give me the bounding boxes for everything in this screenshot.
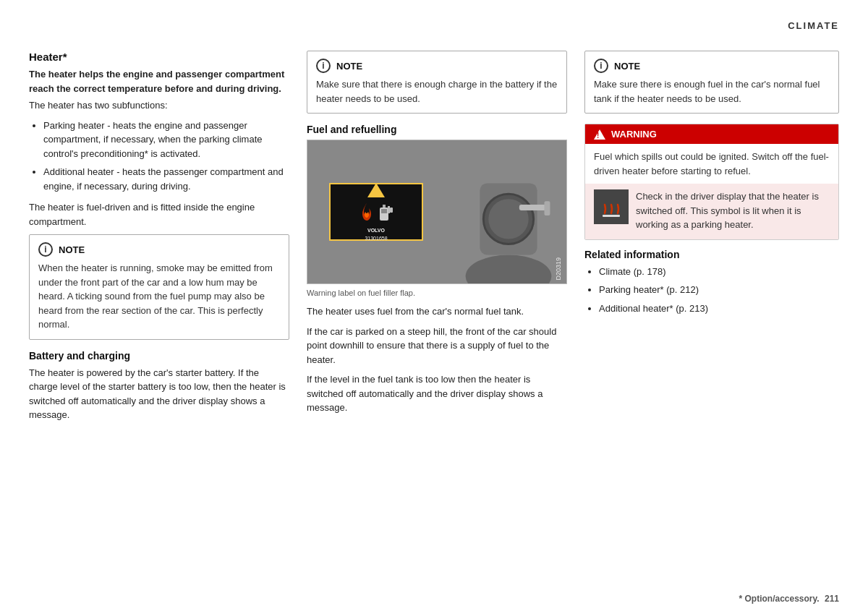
note-body-2: Make sure that there is enough charge in… [316, 77, 558, 106]
main-title: Heater* [29, 51, 289, 63]
intro-normal: The heater has two subfunctions: [29, 98, 289, 113]
part-number: 31301658 [365, 236, 387, 241]
list-item: Additional heater - heats the passenger … [43, 165, 289, 193]
svg-rect-10 [390, 208, 393, 213]
svg-rect-5 [519, 205, 548, 210]
content-area: Heater* The heater helps the engine and … [29, 51, 839, 589]
warning-inner: Check in the driver display that the hea… [585, 184, 838, 239]
fuel-para-3: If the level in the fuel tank is too low… [307, 372, 567, 415]
page-footer: * Option/accessory. 211 [736, 594, 839, 604]
option-text: * Option/accessory. [739, 594, 819, 604]
note-label-2: NOTE [336, 61, 362, 72]
warning-label: WARNING [611, 129, 657, 140]
list-item: Parking heater* (p. 212) [599, 283, 839, 297]
svg-rect-9 [388, 206, 390, 213]
note-label-3: NOTE [614, 61, 640, 72]
note-header-3: i NOTE [594, 59, 830, 73]
info-icon-1: i [38, 242, 53, 257]
body-text: The heater is fuel-driven and is fitted … [29, 200, 289, 228]
volvo-label: VOLVO [367, 228, 385, 233]
battery-text: The heater is powered by the car's start… [29, 366, 289, 422]
info-icon-3: i [594, 59, 608, 73]
note-label-1: NOTE [59, 244, 85, 255]
image-id: D20319 [555, 257, 562, 281]
note-body-1: When the heater is running, smoke may be… [38, 261, 280, 332]
warning-box: ! WARNING Fuel which spills out could be… [584, 124, 839, 240]
warning-body: Fuel which spills out could be ignited. … [585, 144, 838, 184]
note-box-3: i NOTE Make sure there is enough fuel in… [584, 51, 839, 114]
section-header: CLIMATE [788, 20, 839, 31]
note-body-3: Make sure there is enough fuel in the ca… [594, 77, 830, 106]
heater-symbol-icon [594, 189, 629, 224]
intro-bold: The heater helps the engine and passenge… [29, 67, 289, 95]
fuel-para-2: If the car is parked on a steep hill, th… [307, 325, 567, 367]
warning-sticker: VOLVO 31301658 [329, 183, 423, 241]
left-column: Heater* The heater helps the engine and … [29, 51, 289, 589]
svg-rect-11 [383, 205, 386, 208]
fuel-title: Fuel and refuelling [307, 124, 567, 135]
warning-triangle-icon: ! [594, 129, 605, 140]
subfunctions-list: Parking heater - heats the engine and pa… [29, 119, 289, 194]
note-box-1: i NOTE When the heater is running, smoke… [29, 234, 289, 340]
list-item: Additional heater* (p. 213) [599, 302, 839, 316]
fuel-image: VOLVO 31301658 D20319 [307, 140, 567, 284]
list-item: Parking heater - heats the engine and pa… [43, 119, 289, 161]
battery-title: Battery and charging [29, 350, 289, 362]
note-header-1: i NOTE [38, 242, 280, 257]
note-box-2: i NOTE Make sure that there is enough ch… [307, 51, 567, 114]
info-icon-2: i [316, 59, 331, 73]
related-list: Climate (p. 178) Parking heater* (p. 212… [584, 265, 839, 316]
note-header-2: i NOTE [316, 59, 558, 73]
related-title: Related information [584, 249, 839, 260]
list-item: Climate (p. 178) [599, 265, 839, 279]
page-number: 211 [825, 594, 839, 604]
mid-column: i NOTE Make sure that there is enough ch… [307, 51, 567, 589]
fuel-para-1: The heater uses fuel from the car's norm… [307, 304, 567, 319]
right-column: i NOTE Make sure there is enough fuel in… [584, 51, 839, 589]
svg-rect-12 [603, 215, 620, 217]
svg-rect-8 [381, 209, 387, 213]
warning-header: ! WARNING [585, 124, 838, 144]
image-caption: Warning label on fuel filler flap. [307, 289, 567, 297]
svg-rect-6 [545, 201, 550, 215]
warning-inner-text: Check in the driver display that the hea… [636, 189, 830, 232]
